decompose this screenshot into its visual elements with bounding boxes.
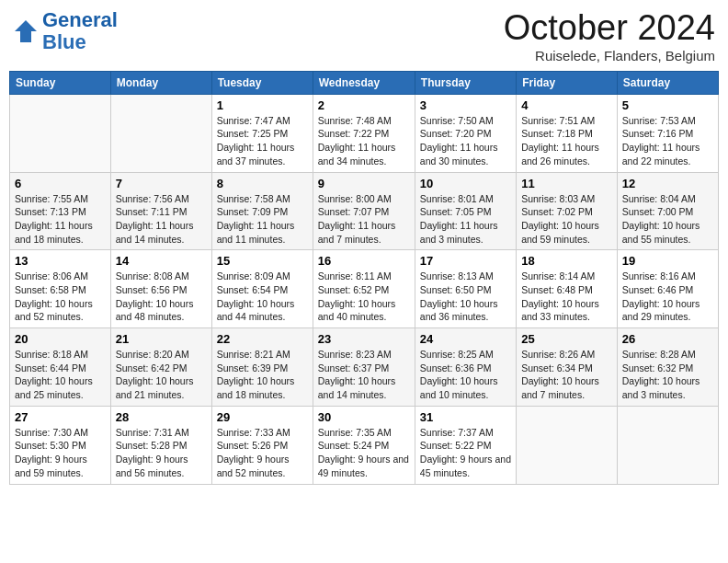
calendar-cell: 11Sunrise: 8:03 AM Sunset: 7:02 PM Dayli…: [517, 172, 618, 250]
calendar-cell: 27Sunrise: 7:30 AM Sunset: 5:30 PM Dayli…: [10, 406, 111, 484]
calendar-cell: 7Sunrise: 7:56 AM Sunset: 7:11 PM Daylig…: [110, 172, 211, 250]
day-info: Sunrise: 7:51 AM Sunset: 7:18 PM Dayligh…: [521, 114, 612, 168]
calendar-cell: 30Sunrise: 7:35 AM Sunset: 5:24 PM Dayli…: [313, 406, 415, 484]
calendar-week-2: 6Sunrise: 7:55 AM Sunset: 7:13 PM Daylig…: [10, 172, 719, 250]
title-block: October 2024 Ruiselede, Flanders, Belgiu…: [504, 9, 715, 63]
calendar-week-5: 27Sunrise: 7:30 AM Sunset: 5:30 PM Dayli…: [10, 406, 719, 484]
day-info: Sunrise: 8:06 AM Sunset: 6:58 PM Dayligh…: [15, 270, 106, 324]
calendar-week-3: 13Sunrise: 8:06 AM Sunset: 6:58 PM Dayli…: [10, 250, 719, 328]
calendar-cell: 25Sunrise: 8:26 AM Sunset: 6:34 PM Dayli…: [517, 328, 618, 407]
calendar-cell: 19Sunrise: 8:16 AM Sunset: 6:46 PM Dayli…: [617, 250, 718, 328]
day-number: 5: [622, 98, 713, 112]
day-number: 21: [116, 332, 207, 346]
day-number: 25: [521, 332, 612, 346]
calendar-week-4: 20Sunrise: 8:18 AM Sunset: 6:44 PM Dayli…: [10, 328, 719, 407]
calendar-cell: 23Sunrise: 8:23 AM Sunset: 6:37 PM Dayli…: [313, 328, 415, 407]
day-info: Sunrise: 8:03 AM Sunset: 7:02 PM Dayligh…: [521, 192, 612, 247]
day-number: 22: [217, 332, 308, 346]
day-number: 18: [521, 254, 612, 268]
day-number: 7: [116, 177, 207, 190]
day-info: Sunrise: 8:08 AM Sunset: 6:56 PM Dayligh…: [116, 270, 207, 324]
day-number: 24: [420, 332, 511, 346]
day-info: Sunrise: 8:14 AM Sunset: 6:48 PM Dayligh…: [521, 270, 612, 324]
calendar-cell: 3Sunrise: 7:50 AM Sunset: 7:20 PM Daylig…: [415, 94, 516, 172]
day-number: 23: [318, 332, 410, 346]
day-info: Sunrise: 7:48 AM Sunset: 7:22 PM Dayligh…: [318, 114, 410, 168]
logo-line2: Blue: [42, 30, 86, 53]
calendar-cell: 12Sunrise: 8:04 AM Sunset: 7:00 PM Dayli…: [617, 172, 718, 250]
calendar-cell: 16Sunrise: 8:11 AM Sunset: 6:52 PM Dayli…: [313, 250, 415, 328]
calendar-cell: 4Sunrise: 7:51 AM Sunset: 7:18 PM Daylig…: [517, 94, 618, 172]
day-header-wednesday: Wednesday: [313, 71, 415, 94]
calendar-cell: 22Sunrise: 8:21 AM Sunset: 6:39 PM Dayli…: [211, 328, 313, 407]
day-info: Sunrise: 8:28 AM Sunset: 6:32 PM Dayligh…: [622, 348, 713, 402]
day-info: Sunrise: 7:33 AM Sunset: 5:26 PM Dayligh…: [217, 426, 308, 480]
day-number: 11: [521, 177, 612, 190]
day-number: 16: [318, 254, 410, 268]
calendar-cell: 6Sunrise: 7:55 AM Sunset: 7:13 PM Daylig…: [10, 172, 111, 250]
logo-text: General Blue: [42, 9, 118, 53]
day-info: Sunrise: 8:26 AM Sunset: 6:34 PM Dayligh…: [521, 348, 612, 402]
day-number: 19: [622, 254, 713, 268]
day-header-tuesday: Tuesday: [211, 71, 313, 94]
calendar-cell: 9Sunrise: 8:00 AM Sunset: 7:07 PM Daylig…: [313, 172, 415, 250]
calendar-cell: 31Sunrise: 7:37 AM Sunset: 5:22 PM Dayli…: [415, 406, 516, 484]
day-header-thursday: Thursday: [415, 71, 516, 94]
day-info: Sunrise: 7:31 AM Sunset: 5:28 PM Dayligh…: [116, 426, 207, 480]
day-number: 3: [420, 98, 511, 112]
logo-icon: [13, 18, 39, 44]
month-title: October 2024: [504, 9, 715, 48]
day-info: Sunrise: 8:00 AM Sunset: 7:07 PM Dayligh…: [318, 192, 410, 247]
day-info: Sunrise: 7:37 AM Sunset: 5:22 PM Dayligh…: [420, 426, 511, 480]
calendar-cell: [617, 406, 718, 484]
day-info: Sunrise: 7:50 AM Sunset: 7:20 PM Dayligh…: [420, 114, 511, 168]
day-number: 6: [15, 177, 106, 190]
day-number: 1: [217, 98, 308, 112]
day-info: Sunrise: 7:53 AM Sunset: 7:16 PM Dayligh…: [622, 114, 713, 168]
calendar-cell: 24Sunrise: 8:25 AM Sunset: 6:36 PM Dayli…: [415, 328, 516, 407]
calendar-cell: 20Sunrise: 8:18 AM Sunset: 6:44 PM Dayli…: [10, 328, 111, 407]
day-info: Sunrise: 8:16 AM Sunset: 6:46 PM Dayligh…: [622, 270, 713, 324]
page-header: General Blue October 2024 Ruiselede, Fla…: [9, 9, 719, 63]
day-info: Sunrise: 7:55 AM Sunset: 7:13 PM Dayligh…: [15, 192, 106, 247]
day-info: Sunrise: 8:09 AM Sunset: 6:54 PM Dayligh…: [217, 270, 308, 324]
calendar-cell: 21Sunrise: 8:20 AM Sunset: 6:42 PM Dayli…: [110, 328, 211, 407]
day-info: Sunrise: 7:35 AM Sunset: 5:24 PM Dayligh…: [318, 426, 410, 480]
day-info: Sunrise: 8:13 AM Sunset: 6:50 PM Dayligh…: [420, 270, 511, 324]
day-number: 4: [521, 98, 612, 112]
day-header-monday: Monday: [110, 71, 211, 94]
logo-line1: General: [42, 8, 118, 31]
day-number: 28: [116, 410, 207, 424]
day-info: Sunrise: 8:25 AM Sunset: 6:36 PM Dayligh…: [420, 348, 511, 402]
day-info: Sunrise: 7:58 AM Sunset: 7:09 PM Dayligh…: [217, 192, 308, 247]
day-header-saturday: Saturday: [617, 71, 718, 94]
logo: General Blue: [13, 9, 118, 53]
calendar-body: 1Sunrise: 7:47 AM Sunset: 7:25 PM Daylig…: [10, 94, 719, 484]
calendar-cell: 15Sunrise: 8:09 AM Sunset: 6:54 PM Dayli…: [211, 250, 313, 328]
day-number: 30: [318, 410, 410, 424]
day-number: 13: [15, 254, 106, 268]
day-number: 17: [420, 254, 511, 268]
day-number: 14: [116, 254, 207, 268]
calendar-cell: 10Sunrise: 8:01 AM Sunset: 7:05 PM Dayli…: [415, 172, 516, 250]
day-info: Sunrise: 8:18 AM Sunset: 6:44 PM Dayligh…: [15, 348, 106, 402]
day-number: 31: [420, 410, 511, 424]
day-number: 27: [15, 410, 106, 424]
day-info: Sunrise: 8:23 AM Sunset: 6:37 PM Dayligh…: [318, 348, 410, 402]
calendar-cell: [110, 94, 211, 172]
day-number: 8: [217, 177, 308, 190]
day-header-friday: Friday: [517, 71, 618, 94]
calendar-cell: 28Sunrise: 7:31 AM Sunset: 5:28 PM Dayli…: [110, 406, 211, 484]
day-info: Sunrise: 7:47 AM Sunset: 7:25 PM Dayligh…: [217, 114, 308, 168]
day-info: Sunrise: 8:11 AM Sunset: 6:52 PM Dayligh…: [318, 270, 410, 324]
calendar-week-1: 1Sunrise: 7:47 AM Sunset: 7:25 PM Daylig…: [10, 94, 719, 172]
day-number: 9: [318, 177, 410, 190]
calendar-cell: 8Sunrise: 7:58 AM Sunset: 7:09 PM Daylig…: [211, 172, 313, 250]
calendar-header-row: SundayMondayTuesdayWednesdayThursdayFrid…: [10, 71, 719, 94]
day-number: 20: [15, 332, 106, 346]
calendar-cell: 29Sunrise: 7:33 AM Sunset: 5:26 PM Dayli…: [211, 406, 313, 484]
location-subtitle: Ruiselede, Flanders, Belgium: [504, 48, 715, 63]
day-info: Sunrise: 8:20 AM Sunset: 6:42 PM Dayligh…: [116, 348, 207, 402]
calendar-cell: [517, 406, 618, 484]
day-info: Sunrise: 8:01 AM Sunset: 7:05 PM Dayligh…: [420, 192, 511, 247]
